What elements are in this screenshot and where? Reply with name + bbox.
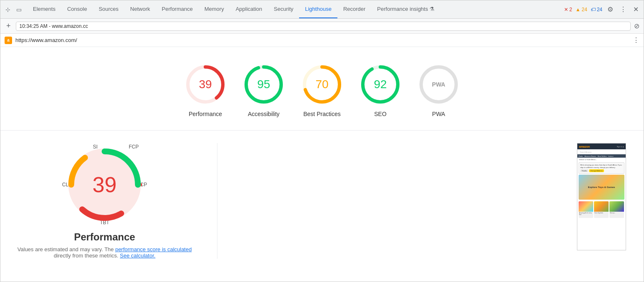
tab-elements[interactable]: Elements — [27, 0, 61, 18]
tab-console[interactable]: Console — [61, 0, 93, 18]
device-toggle-icon[interactable]: ▭ — [15, 5, 23, 14]
perf-calculator-link[interactable]: See calculator. — [120, 252, 155, 259]
amazon-card-label-3: Glow up... — [609, 212, 624, 214]
tab-security[interactable]: Security — [268, 0, 299, 18]
gauge-best-practices: 70 — [301, 64, 343, 105]
score-performance-label: Performance — [189, 110, 222, 118]
amazon-card-img-2 — [594, 201, 609, 212]
amazon-nav: Deals Amazon Basics Best Sellers Listen> — [577, 154, 626, 158]
gauge-seo: 92 — [359, 64, 401, 105]
score-pwa: PWA PWA — [418, 64, 459, 118]
perf-left: SI FCP LCP TBT CLS — [17, 143, 192, 259]
amazon-card-img-3 — [609, 201, 624, 212]
devtools-frame: ⊹ ▭ Elements Console Sources Network Per… — [0, 0, 644, 282]
error-count: 2 — [569, 7, 572, 12]
new-tab-button[interactable]: + — [5, 22, 12, 30]
tab-right-controls: ✕ 2 ▲ 24 🏷 24 ⚙ ⋮ ✕ — [564, 4, 640, 15]
amazon-banner-text: We're showing you items that ship to Sou… — [580, 164, 623, 168]
score-pwa-label: PWA — [432, 110, 445, 118]
score-seo: 92 SEO — [359, 64, 401, 118]
amazon-nav-deals: Deals — [579, 155, 583, 157]
close-icon[interactable]: ✕ — [632, 4, 640, 15]
amazon-nav-sellers: Best Sellers — [598, 155, 607, 157]
amazon-signin-text: Sign in ▲ — [617, 146, 624, 148]
score-best-practices: 70 Best Practices — [301, 64, 343, 118]
amazon-dismiss-button[interactable]: Thanks — [580, 169, 588, 172]
warn-icon: ▲ — [575, 7, 580, 12]
perf-note: Values are estimated and may vary. The p… — [17, 246, 192, 259]
error-badge[interactable]: ✕ 2 — [564, 7, 572, 12]
url-bar: a https://www.amazon.com/ ⋮ — [0, 34, 644, 47]
cursor-icon[interactable]: ⊹ — [4, 5, 12, 14]
tab-recorder[interactable]: Recorder — [337, 0, 371, 18]
url-more-button[interactable]: ⋮ — [633, 36, 639, 44]
tab-lighthouse[interactable]: Lighthouse — [299, 0, 337, 18]
info-count: 24 — [597, 7, 602, 12]
site-icon: a — [5, 37, 12, 44]
amazon-card-img-1 — [579, 201, 593, 212]
screenshot-preview: amazon Sign in ▲ Search Amazon Deals Ama… — [577, 143, 627, 259]
tab-performance[interactable]: Performance — [156, 0, 198, 18]
more-icon[interactable]: ⋮ — [618, 4, 628, 15]
amazon-card-3: Glow up... — [609, 201, 624, 218]
gauge-accessibility: 95 — [243, 64, 285, 105]
score-accessibility: 95 Accessibility — [243, 64, 285, 118]
section-divider — [0, 130, 644, 131]
score-performance: 39 Performance — [185, 64, 226, 118]
amazon-card-1: Amazing gifts for every Dad — [579, 201, 593, 218]
amazon-card-label-2: Score big deals — [594, 212, 609, 214]
score-best-practices-label: Best Practices — [303, 110, 340, 118]
perf-note-between: directly from these metrics. — [54, 252, 120, 259]
scores-section: 39 Performance 95 Accessibility — [0, 47, 644, 126]
tab-application[interactable]: Application — [230, 0, 268, 18]
address-input[interactable] — [16, 22, 631, 31]
amazon-change-button[interactable]: Change Address — [589, 169, 604, 172]
gauge-best-practices-value: 70 — [315, 78, 328, 91]
perf-score-value: 39 — [92, 172, 117, 197]
warn-count: 24 — [582, 7, 587, 12]
gauge-pwa-value: PWA — [432, 81, 445, 88]
amazon-card-label-1: Amazing gifts for every Dad — [579, 212, 593, 216]
vertical-divider — [217, 143, 217, 259]
amazon-nav-basics: Amazon Basics — [584, 155, 596, 157]
amazon-hero-banner: Explore Toys & Games — [579, 175, 624, 200]
amazon-bottom-cards: Amazing gifts for every Dad Score big de… — [577, 200, 626, 219]
amazon-nav-listen: Listen> — [608, 155, 614, 157]
amazon-banner-buttons: Thanks Change Address — [580, 169, 623, 172]
amazon-logo-text: amazon — [579, 145, 590, 148]
score-seo-label: SEO — [374, 110, 387, 118]
amazon-screenshot: amazon Sign in ▲ Search Amazon Deals Ama… — [577, 143, 626, 250]
error-icon: ✕ — [564, 7, 568, 12]
amazon-hero-text: Explore Toys & Games — [588, 186, 615, 188]
warn-badge[interactable]: ▲ 24 — [575, 7, 587, 12]
gauge-performance-value: 39 — [199, 78, 212, 91]
amazon-deliver: Deliver to South Africa... — [577, 158, 626, 161]
tab-network[interactable]: Network — [125, 0, 156, 18]
amazon-location-banner: We're showing you items that ship to Sou… — [579, 162, 624, 174]
amazon-search-bar: Search Amazon — [579, 150, 624, 153]
tab-sources[interactable]: Sources — [93, 0, 125, 18]
perf-note-prefix: Values are estimated and may vary. The — [17, 246, 115, 252]
gauge-performance: 39 — [185, 64, 226, 105]
toolbar-icons: ⊹ ▭ — [4, 5, 23, 14]
url-text: https://www.amazon.com/ — [15, 37, 629, 43]
performance-detail-section: SI FCP LCP TBT CLS — [0, 135, 644, 267]
amazon-card-2: Score big deals — [594, 201, 609, 218]
info-badge[interactable]: 🏷 24 — [591, 7, 602, 12]
settings-icon[interactable]: ⚙ — [606, 4, 615, 15]
address-bar: + ⊘ — [0, 19, 644, 34]
perf-title: Performance — [74, 231, 135, 243]
tab-list: Elements Console Sources Network Perform… — [27, 0, 564, 18]
devtools-toolbar: ⊹ ▭ Elements Console Sources Network Per… — [0, 0, 644, 19]
score-accessibility-label: Accessibility — [248, 110, 280, 118]
perf-score-link[interactable]: performance score is calculated — [115, 246, 192, 252]
amazon-search-placeholder: Search Amazon — [580, 151, 592, 153]
tab-memory[interactable]: Memory — [199, 0, 230, 18]
gauge-accessibility-value: 95 — [257, 78, 270, 91]
info-icon: 🏷 — [591, 7, 596, 12]
tab-performance-insights[interactable]: Performance insights ⚗ — [371, 0, 440, 18]
main-content: 39 Performance 95 Accessibility — [0, 47, 644, 267]
gauge-seo-value: 92 — [374, 78, 387, 91]
reload-button[interactable]: ⊘ — [634, 22, 639, 30]
perf-gauge-wrapper: SI FCP LCP TBT CLS — [63, 143, 146, 226]
